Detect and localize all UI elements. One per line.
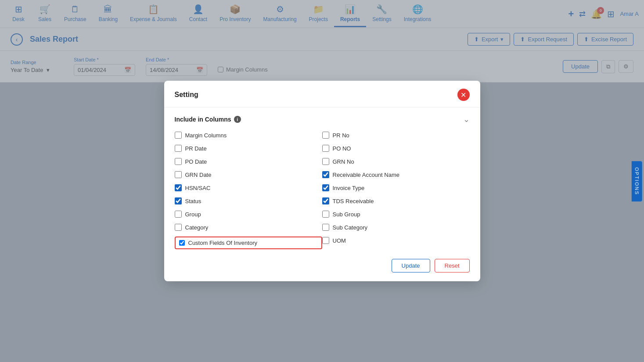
checkbox-sub-group[interactable]	[322, 211, 329, 218]
label-grn-date: GRN Date	[185, 172, 212, 178]
label-margin-columns: Margin Columns	[185, 132, 227, 139]
left-column: Margin Columns PR Date PO Date GRN Date …	[175, 129, 322, 252]
label-invoice-type: Invoice Type	[333, 185, 365, 191]
col-tds-receivable: TDS Receivable	[322, 194, 470, 208]
checkbox-po-no[interactable]	[322, 145, 329, 152]
right-column: PR No PO NO GRN No Receivable Account Na…	[322, 129, 470, 252]
col-category: Category	[175, 221, 322, 234]
checkbox-tds-receivable[interactable]	[322, 197, 329, 204]
label-grn-no: GRN No	[333, 158, 354, 165]
checkbox-grn-date[interactable]	[175, 171, 182, 178]
col-hsn-sac: HSN/SAC	[175, 181, 322, 194]
modal-close-button[interactable]: ✕	[457, 89, 470, 101]
checkbox-custom-fields[interactable]	[179, 240, 185, 246]
modal-reset-button[interactable]: Reset	[435, 259, 470, 272]
label-pr-no: PR No	[333, 132, 349, 139]
col-margin-columns: Margin Columns	[175, 129, 322, 142]
label-pr-date: PR Date	[185, 145, 207, 152]
section-collapse-icon[interactable]: ⌄	[463, 115, 470, 124]
label-sub-group: Sub Group	[333, 211, 360, 218]
checkbox-pr-no[interactable]	[322, 132, 329, 139]
label-hsn-sac: HSN/SAC	[185, 185, 211, 191]
col-pr-date: PR Date	[175, 142, 322, 155]
col-po-no: PO NO	[322, 142, 470, 155]
label-custom-fields: Custom Fields Of Inventory	[188, 240, 258, 246]
label-group: Group	[185, 211, 201, 218]
label-po-date: PO Date	[185, 158, 207, 165]
col-status: Status	[175, 194, 322, 208]
col-pr-no: PR No	[322, 129, 470, 142]
col-invoice-type: Invoice Type	[322, 181, 470, 194]
checkbox-sub-category[interactable]	[322, 224, 329, 231]
modal-overlay: Setting ✕ Include in Columns i ⌄ Margin …	[0, 0, 644, 362]
checkbox-category[interactable]	[175, 224, 182, 231]
setting-modal: Setting ✕ Include in Columns i ⌄ Margin …	[164, 81, 480, 281]
options-tab[interactable]: OPTIONS	[632, 161, 642, 201]
col-po-date: PO Date	[175, 155, 322, 168]
label-sub-category: Sub Category	[333, 224, 368, 231]
checkbox-margin-columns[interactable]	[175, 132, 182, 139]
col-grn-no: GRN No	[322, 155, 470, 168]
info-icon: i	[234, 116, 241, 123]
checkbox-invoice-type[interactable]	[322, 184, 329, 191]
col-group: Group	[175, 208, 322, 221]
checkbox-status[interactable]	[175, 197, 182, 204]
modal-update-button[interactable]: Update	[392, 259, 430, 272]
label-status: Status	[185, 198, 201, 204]
col-sub-group: Sub Group	[322, 208, 470, 221]
checkbox-po-date[interactable]	[175, 158, 182, 165]
checkbox-grn-no[interactable]	[322, 158, 329, 165]
label-receivable-account: Receivable Account Name	[333, 172, 399, 178]
label-category: Category	[185, 224, 209, 231]
checkbox-pr-date[interactable]	[175, 145, 182, 152]
label-tds-receivable: TDS Receivable	[333, 198, 374, 204]
col-grn-date: GRN Date	[175, 168, 322, 181]
modal-header: Setting ✕	[164, 81, 480, 108]
section-title: Include in Columns i	[175, 116, 241, 123]
col-receivable-account: Receivable Account Name	[322, 168, 470, 181]
checkbox-receivable-account[interactable]	[322, 171, 329, 178]
col-custom-fields: Custom Fields Of Inventory	[175, 237, 322, 249]
columns-grid: Margin Columns PR Date PO Date GRN Date …	[164, 129, 480, 252]
checkbox-hsn-sac[interactable]	[175, 184, 182, 191]
section-header: Include in Columns i ⌄	[164, 108, 480, 129]
col-custom-fields-wrapper: Custom Fields Of Inventory	[175, 234, 322, 252]
checkbox-group[interactable]	[175, 211, 182, 218]
label-po-no: PO NO	[333, 145, 351, 152]
col-uom: UOM	[322, 234, 470, 247]
modal-footer: Update Reset	[164, 252, 480, 272]
checkbox-uom[interactable]	[322, 237, 329, 244]
modal-title: Setting	[175, 91, 198, 99]
label-uom: UOM	[333, 237, 346, 244]
col-sub-category: Sub Category	[322, 221, 470, 234]
